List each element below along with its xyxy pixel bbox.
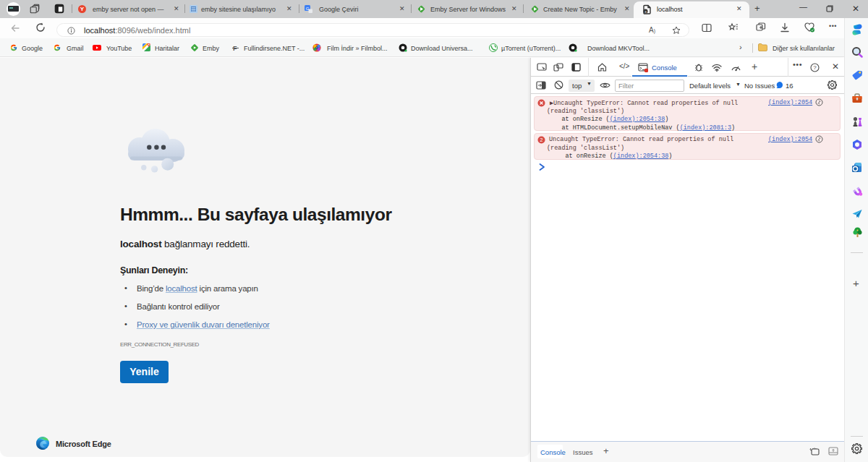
svg-text:x: x xyxy=(644,9,647,14)
svg-text:2: 2 xyxy=(540,137,543,142)
svg-text:?: ? xyxy=(813,64,817,71)
